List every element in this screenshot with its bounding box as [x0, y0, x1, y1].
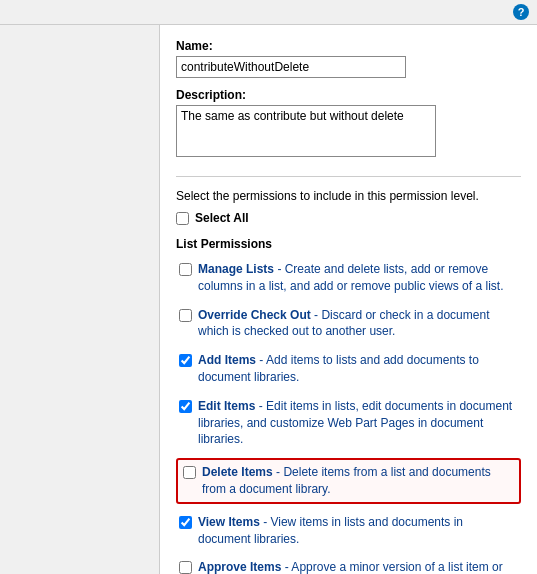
add-items-name: Add Items — [198, 353, 256, 367]
view-items-name: View Items — [198, 515, 260, 529]
description-textarea[interactable]: The same as contribute but without delet… — [176, 105, 436, 157]
permission-override-checkout: Override Check Out - Discard or check in… — [176, 305, 521, 343]
approve-items-checkbox[interactable] — [179, 561, 192, 574]
manage-lists-checkbox[interactable] — [179, 263, 192, 276]
approve-items-name: Approve Items — [198, 560, 281, 574]
override-checkout-name: Override Check Out — [198, 308, 311, 322]
name-label: Name: — [176, 39, 521, 53]
permission-view-items: View Items - View items in lists and doc… — [176, 512, 521, 550]
permission-add-items: Add Items - Add items to lists and add d… — [176, 350, 521, 388]
permission-manage-lists: Manage Lists - Create and delete lists, … — [176, 259, 521, 297]
help-icon[interactable]: ? — [513, 4, 529, 20]
permission-edit-items: Edit Items - Edit items in lists, edit d… — [176, 396, 521, 450]
select-all-checkbox[interactable] — [176, 212, 189, 225]
edit-items-name: Edit Items — [198, 399, 255, 413]
permissions-intro: Select the permissions to include in thi… — [176, 189, 521, 203]
permission-approve-items: Approve Items - Approve a minor version … — [176, 557, 521, 574]
add-items-checkbox[interactable] — [179, 354, 192, 367]
name-input[interactable] — [176, 56, 406, 78]
delete-items-name: Delete Items — [202, 465, 273, 479]
override-checkout-checkbox[interactable] — [179, 309, 192, 322]
left-panel — [0, 25, 160, 574]
select-all-label: Select All — [195, 211, 249, 225]
list-permissions-title: List Permissions — [176, 237, 521, 251]
select-all-row: Select All — [176, 211, 521, 225]
top-bar: ? — [0, 0, 537, 25]
right-panel: Name: Description: The same as contribut… — [160, 25, 537, 574]
section-divider-1 — [176, 176, 521, 177]
edit-items-checkbox[interactable] — [179, 400, 192, 413]
manage-lists-name: Manage Lists — [198, 262, 274, 276]
permission-delete-items-highlighted: Delete Items - Delete items from a list … — [176, 458, 521, 504]
view-items-checkbox[interactable] — [179, 516, 192, 529]
main-content: Name: Description: The same as contribut… — [0, 25, 537, 574]
description-label: Description: — [176, 88, 521, 102]
delete-items-checkbox[interactable] — [183, 466, 196, 479]
permission-list: Manage Lists - Create and delete lists, … — [176, 259, 521, 574]
description-container: The same as contribute but without delet… — [176, 105, 436, 160]
